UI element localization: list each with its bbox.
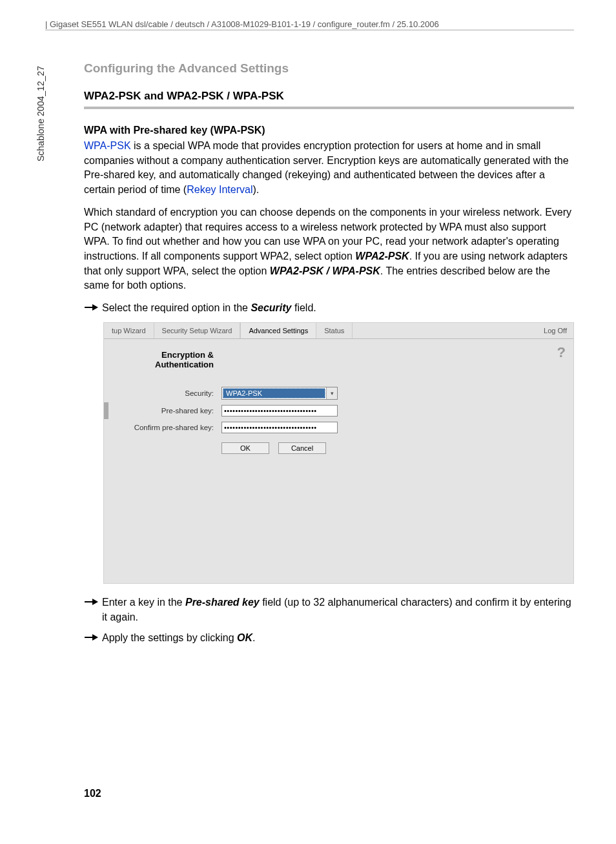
confirm-psk-input[interactable]: ••••••••••••••••••••••••••••••••• (221, 422, 338, 433)
cancel-button[interactable]: Cancel (278, 442, 326, 454)
panel-body: ? Encryption & Authentication Security: … (104, 339, 573, 583)
arrow-right-icon (84, 595, 102, 624)
tab-setup-wizard[interactable]: tup Wizard (104, 323, 154, 338)
step-2: Enter a key in the Pre-shared key field … (84, 595, 574, 624)
label-security: Security: (117, 389, 221, 397)
arrow-right-icon (84, 631, 102, 646)
chevron-down-icon[interactable]: ▾ (326, 387, 337, 399)
row-confirm-psk: Confirm pre-shared key: ••••••••••••••••… (117, 422, 560, 433)
tab-advanced-settings[interactable]: Advanced Settings (240, 323, 316, 338)
page: Schablone 2004_12_27 | Gigaset SE551 WLA… (0, 0, 616, 825)
psk-input[interactable]: ••••••••••••••••••••••••••••••••• (221, 405, 338, 417)
sub-title: WPA2-PSK and WPA2-PSK / WPA-PSK (84, 90, 574, 103)
logoff-link[interactable]: Log Off (544, 327, 567, 335)
section-title: Configuring the Advanced Settings (84, 61, 574, 76)
paragraph-2: Which standard of encryption you can cho… (84, 205, 574, 293)
paragraph-1: WPA-PSK is a special WPA mode that provi… (84, 139, 574, 198)
label-confirm-psk: Confirm pre-shared key: (117, 424, 221, 431)
help-icon[interactable]: ? (557, 344, 566, 361)
side-tab-marker (104, 402, 108, 419)
header-path: | Gigaset SE551 WLAN dsl/cable / deutsch… (45, 19, 574, 30)
tab-security-setup[interactable]: Security Setup Wizard (154, 323, 241, 338)
title-rule (84, 107, 574, 109)
label-psk: Pre-shared key: (117, 407, 221, 415)
ok-button[interactable]: OK (221, 442, 269, 454)
button-row: OK Cancel (221, 442, 560, 454)
tab-bar: tup Wizard Security Setup Wizard Advance… (104, 323, 573, 339)
arrow-right-icon (84, 301, 102, 316)
security-select-value: WPA2-PSK (223, 388, 325, 398)
row-security: Security: WPA2-PSK ▾ (117, 387, 560, 400)
step-1: Select the required option in the Securi… (84, 301, 574, 316)
tab-status[interactable]: Status (316, 323, 353, 338)
paragraph-title: WPA with Pre-shared key (WPA-PSK) (84, 125, 574, 136)
template-side-label: Schablone 2004_12_27 (36, 66, 46, 161)
security-select[interactable]: WPA2-PSK ▾ (221, 387, 338, 400)
page-number: 102 (84, 788, 574, 799)
link-rekey-interval[interactable]: Rekey Interval (187, 184, 252, 195)
svg-marker-5 (92, 634, 98, 641)
link-wpa-psk[interactable]: WPA-PSK (84, 140, 131, 151)
panel-title: Encryption & Authentication (117, 351, 214, 370)
step-3: Apply the settings by clicking OK. (84, 631, 574, 646)
router-ui-screenshot: tup Wizard Security Setup Wizard Advance… (103, 322, 574, 584)
row-psk: Pre-shared key: ••••••••••••••••••••••••… (117, 405, 560, 417)
svg-marker-1 (92, 304, 98, 311)
svg-marker-3 (92, 599, 98, 605)
